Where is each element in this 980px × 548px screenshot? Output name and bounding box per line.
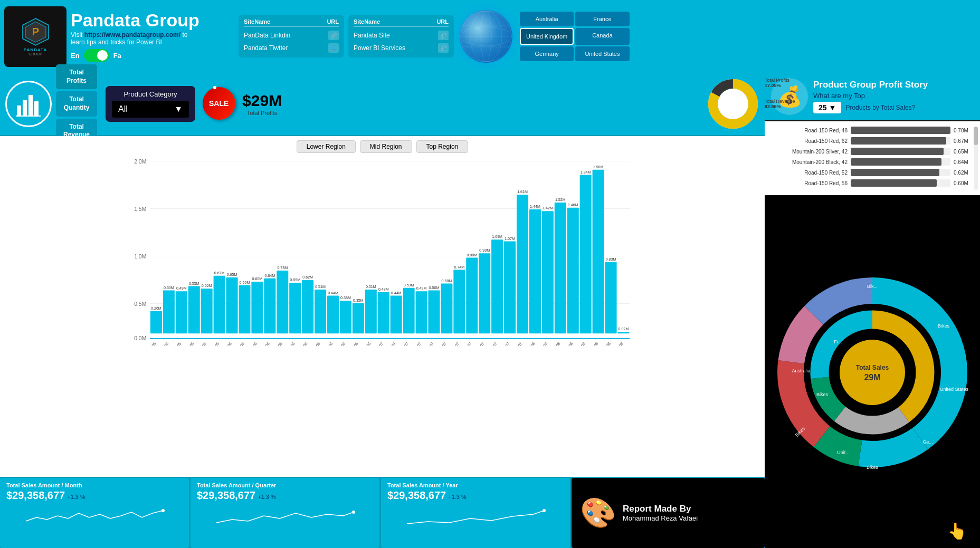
report-author: Mohammad Reza Vafaei xyxy=(623,514,698,522)
country-nav: Australia France United Kingdom Canada G… xyxy=(520,12,630,61)
nav-group-2: SiteName URL Pandata Site 🔗 Power BI Ser… xyxy=(348,15,454,57)
nav2-link2[interactable]: Power BI Services 🔗 xyxy=(354,42,449,54)
nav1-link2-icon[interactable]: 🐦 xyxy=(328,43,339,53)
bar-list-bar xyxy=(851,158,941,166)
bar-list-bar-wrap xyxy=(851,127,950,134)
svg-text:Bik...: Bik... xyxy=(867,284,878,289)
chart-area: Lower Region Mid Region Top Region 2.0M … xyxy=(0,136,765,477)
stat-monthly-row: $29,358,677 +1.3 % xyxy=(6,489,183,502)
nav1-link1-icon[interactable]: 🔗 xyxy=(328,31,339,40)
count-value: 25 xyxy=(819,103,827,112)
kpi-tab-quantity[interactable]: TotalQuantity xyxy=(56,91,97,116)
svg-text:0.59M: 0.59M xyxy=(290,278,300,282)
svg-rect-77 xyxy=(353,303,364,333)
svg-text:0.56M: 0.56M xyxy=(240,281,250,285)
svg-point-144 xyxy=(352,511,355,514)
kpi-bar: TotalProfits TotalQuantity TotalRevenue … xyxy=(0,73,765,135)
donut-section: Total Profits 17.05% Total Revenue 82.86… xyxy=(707,78,759,130)
quarterly-sparkline xyxy=(197,503,373,526)
product-bars-container: Road-150 Red, 480.70MRoad-150 Red, 620.6… xyxy=(771,127,974,187)
yearly-sparkline xyxy=(387,503,564,526)
bar-list-bar-wrap xyxy=(851,169,950,176)
lang-fa: Fa xyxy=(113,52,121,60)
stat-monthly: Total Sales Amount / Month $29,358,677 +… xyxy=(0,478,189,548)
nav-group-1: SiteName URL PanData Linkdin 🔗 Pandata T… xyxy=(239,15,344,57)
report-made-by: Report Made By xyxy=(623,504,698,514)
svg-text:0.93M: 0.93M xyxy=(479,248,490,253)
svg-text:May 2008: May 2008 xyxy=(573,341,586,346)
scrollbar-thumb[interactable] xyxy=(974,127,978,145)
filter-mid[interactable]: Mid Region xyxy=(360,140,412,153)
svg-text:1.5M: 1.5M xyxy=(134,206,146,212)
kpi-tab-profits[interactable]: TotalProfits xyxy=(56,64,97,89)
sale-tag-dot xyxy=(213,86,216,89)
product-story-subtitle: What are my Top xyxy=(813,92,928,100)
paint-brushes-icon: 🎨 xyxy=(580,498,616,527)
brand-url[interactable]: https://www.pandatagroup.com/ xyxy=(84,31,180,39)
stat-monthly-value: $29,358,677 xyxy=(6,489,65,502)
svg-rect-101 xyxy=(453,270,465,333)
country-btn-germany[interactable]: Germany xyxy=(520,46,574,61)
product-donut-svg: Total Sales 29M Bikes Bikes Bikes Fr... … xyxy=(775,275,970,470)
total-profits-display: $29M Total Profits xyxy=(242,92,282,116)
toggle-knob xyxy=(97,50,108,61)
scrollbar-track[interactable] xyxy=(974,127,978,190)
brand-section: Pandata Group Visit https://www.pandatag… xyxy=(71,11,234,62)
svg-text:0.65M: 0.65M xyxy=(227,273,237,277)
bar-list-bar-wrap xyxy=(851,148,950,155)
nav2-link1-icon[interactable]: 🔗 xyxy=(438,31,449,40)
svg-text:1.44M: 1.44M xyxy=(530,205,540,209)
nav-group-1-header: SiteName URL xyxy=(244,18,339,27)
country-btn-france[interactable]: France xyxy=(575,12,629,26)
count-selector[interactable]: 25 ▼ xyxy=(813,102,841,113)
svg-text:0.74M: 0.74M xyxy=(454,265,464,270)
bar-list-item: Road-150 Red, 620.67M xyxy=(771,137,974,145)
svg-text:0.62M: 0.62M xyxy=(302,275,313,280)
svg-point-145 xyxy=(543,509,546,512)
sale-text: SALE xyxy=(209,99,229,108)
country-btn-uk[interactable]: United Kingdom xyxy=(520,28,574,45)
nav1-link1[interactable]: PanData Linkdin 🔗 xyxy=(244,29,339,42)
nav2-link2-icon[interactable]: 🔗 xyxy=(438,43,449,53)
stat-quarterly-row: $29,358,677 +1.3 % xyxy=(197,489,373,502)
globe-icon xyxy=(460,10,512,63)
svg-text:April 2007: April 2007 xyxy=(408,341,422,346)
bar-chart-container: 2.0M 1.5M 1.0M 0.5M 0.0M 0.26MJuly 20050… xyxy=(5,156,759,346)
brand-subtitle-line: Visit https://www.pandatagroup.com/ to xyxy=(71,31,234,39)
lang-toggle: En Fa xyxy=(71,49,234,62)
svg-text:0.5M: 0.5M xyxy=(134,301,146,307)
filter-top[interactable]: Top Region xyxy=(416,140,469,153)
svg-text:July 2007: July 2007 xyxy=(446,341,460,346)
bar-chart-icon-svg xyxy=(14,90,43,119)
bar-list-name: Road-150 Red, 52 xyxy=(771,170,848,176)
svg-rect-110 xyxy=(491,239,503,333)
svg-rect-116 xyxy=(517,195,528,333)
country-btn-australia[interactable]: Australia xyxy=(520,12,574,26)
nav1-link2[interactable]: Pandata Tiwtter 🐦 xyxy=(244,42,339,54)
svg-text:June 2008: June 2008 xyxy=(585,341,600,346)
svg-rect-83 xyxy=(378,292,389,333)
stat-quarterly: Total Sales Amount / Quarter $29,358,677… xyxy=(191,478,379,548)
nav2-link1[interactable]: Pandata Site 🔗 xyxy=(354,29,449,42)
donut-chart-section: Total Sales 29M Bikes Bikes Bikes Fr... … xyxy=(765,196,980,548)
globe-lines-svg xyxy=(460,10,512,63)
stat-yearly: Total Sales Amount / Year $29,358,677 +1… xyxy=(381,478,570,548)
stat-quarterly-change: +1.3 % xyxy=(258,494,276,500)
svg-text:0.52M: 0.52M xyxy=(202,284,212,288)
svg-point-156 xyxy=(840,340,905,405)
bar-list: Road-150 Red, 480.70MRoad-150 Red, 620.6… xyxy=(765,121,980,195)
svg-text:Fr...: Fr... xyxy=(834,339,842,344)
svg-rect-53 xyxy=(251,282,263,333)
lang-toggle-switch[interactable] xyxy=(84,49,109,62)
product-story-title: Product Group Profit Story xyxy=(813,80,928,90)
country-btn-us[interactable]: United States xyxy=(575,46,629,61)
svg-text:1.09M: 1.09M xyxy=(492,235,502,239)
product-category-select[interactable]: All ▼ xyxy=(112,101,189,118)
logo-box: P PANDATA GROUP xyxy=(4,6,66,67)
filter-lower[interactable]: Lower Region xyxy=(297,140,356,153)
svg-text:0.55M: 0.55M xyxy=(189,282,199,286)
bar-list-value: 0.60M xyxy=(954,180,974,186)
svg-rect-38 xyxy=(188,286,200,333)
country-btn-canada[interactable]: Canada xyxy=(575,28,629,45)
svg-text:0.02M: 0.02M xyxy=(619,327,629,331)
